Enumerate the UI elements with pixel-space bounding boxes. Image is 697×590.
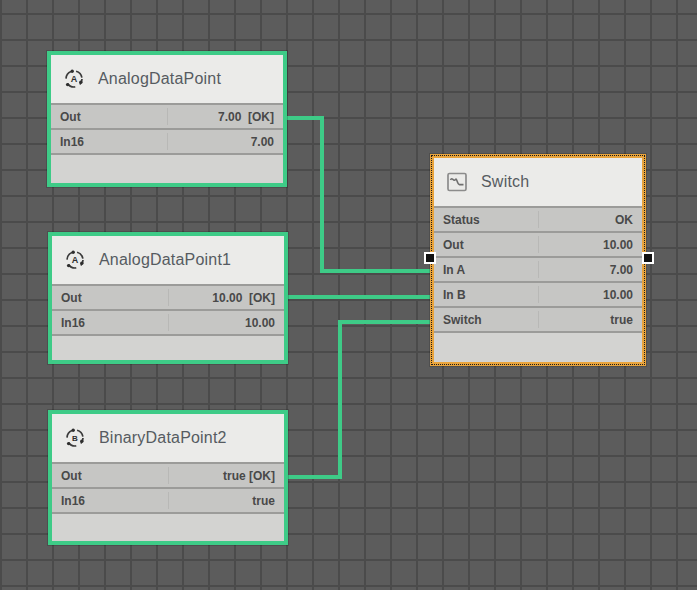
port-row-in16[interactable]: In16 10.00 xyxy=(52,311,284,334)
wire-analogdatapoint-to-switch-ina[interactable] xyxy=(287,116,324,120)
wire-binarydatapoint2-to-switch-switch[interactable] xyxy=(288,475,342,479)
port-value: 7.00 xyxy=(610,263,633,277)
node-analogdatapoint[interactable]: A AnalogDataPoint Out 7.00 [OK] In16 7.0… xyxy=(47,51,287,187)
node-title: BinaryDataPoint2 xyxy=(99,429,227,447)
port-row-in-b[interactable]: In B 10.00 xyxy=(434,283,642,306)
port-label: Out xyxy=(61,291,82,305)
port-value: true xyxy=(610,313,633,327)
port-label: In16 xyxy=(60,135,84,149)
selection-handle-left[interactable] xyxy=(424,252,436,264)
port-row-in-a[interactable]: In A 7.00 xyxy=(434,258,642,281)
port-row-out[interactable]: Out true [OK] xyxy=(52,464,284,487)
node-editor-canvas[interactable]: { "canvas": { "background": "#5c5c5c", "… xyxy=(0,0,697,590)
port-value: 7.00 xyxy=(251,135,274,149)
node-footer xyxy=(434,333,642,362)
node-header[interactable]: Switch xyxy=(434,158,642,206)
svg-text:A: A xyxy=(71,74,78,84)
port-row-switch[interactable]: Switch true xyxy=(434,308,642,331)
node-header[interactable]: A AnalogDataPoint xyxy=(51,55,283,103)
wire-binarydatapoint2-to-switch-switch[interactable] xyxy=(338,320,342,479)
port-label: In A xyxy=(443,263,465,277)
node-footer xyxy=(51,155,283,183)
port-label: Out xyxy=(60,110,81,124)
port-label: Out xyxy=(443,238,464,252)
port-row-out[interactable]: Out 10.00 [OK] xyxy=(52,286,284,309)
node-title: Switch xyxy=(481,173,529,191)
port-value: 10.00 xyxy=(245,316,275,330)
port-row-in16[interactable]: In16 true xyxy=(52,489,284,512)
svg-text:A: A xyxy=(72,255,79,265)
port-row-out[interactable]: Out 7.00 [OK] xyxy=(51,105,283,128)
port-value: OK xyxy=(615,213,633,227)
analog-datapoint-icon: A xyxy=(62,67,86,91)
port-value: 10.00 xyxy=(603,288,633,302)
node-binarydatapoint2[interactable]: B BinaryDataPoint2 Out true [OK] In16 tr… xyxy=(48,410,288,545)
selection-handle-right[interactable] xyxy=(642,252,654,264)
port-label: In16 xyxy=(61,316,85,330)
switch-icon xyxy=(445,170,469,194)
wire-analogdatapoint1-to-switch-inb[interactable] xyxy=(288,295,430,299)
port-value: 7.00 [OK] xyxy=(218,110,274,124)
port-row-status[interactable]: Status OK xyxy=(434,208,642,231)
node-switch[interactable]: Switch Status OK Out 10.00 In A 7.00 In … xyxy=(430,154,646,366)
analog-datapoint-icon: A xyxy=(63,248,87,272)
port-label: In16 xyxy=(61,494,85,508)
port-label: Switch xyxy=(443,313,482,327)
node-footer xyxy=(52,514,284,541)
port-row-in16[interactable]: In16 7.00 xyxy=(51,130,283,153)
port-label: Status xyxy=(443,213,480,227)
port-row-out[interactable]: Out 10.00 xyxy=(434,233,642,256)
svg-text:B: B xyxy=(72,434,78,443)
port-label: Out xyxy=(61,469,82,483)
port-label: In B xyxy=(443,288,466,302)
port-value: 10.00 [OK] xyxy=(212,291,275,305)
node-title: AnalogDataPoint1 xyxy=(99,251,231,269)
node-header[interactable]: A AnalogDataPoint1 xyxy=(52,236,284,284)
port-value: true xyxy=(252,494,275,508)
wire-binarydatapoint2-to-switch-switch[interactable] xyxy=(338,320,430,324)
port-value: 10.00 xyxy=(603,238,633,252)
node-header[interactable]: B BinaryDataPoint2 xyxy=(52,414,284,462)
binary-datapoint-icon: B xyxy=(63,426,87,450)
node-footer xyxy=(52,336,284,360)
wire-analogdatapoint-to-switch-ina[interactable] xyxy=(320,116,324,273)
wire-analogdatapoint-to-switch-ina[interactable] xyxy=(320,269,430,273)
node-analogdatapoint1[interactable]: A AnalogDataPoint1 Out 10.00 [OK] In16 1… xyxy=(48,232,288,364)
node-title: AnalogDataPoint xyxy=(98,70,221,88)
port-value: true [OK] xyxy=(223,469,275,483)
